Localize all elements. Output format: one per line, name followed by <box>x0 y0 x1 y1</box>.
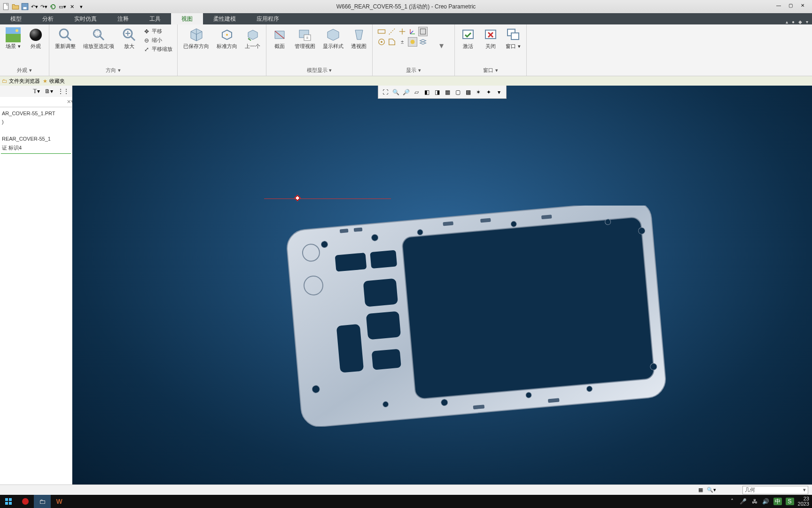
tree-file-node[interactable]: AR_COVER-55_1.PRT <box>1 109 71 118</box>
model-geometry[interactable] <box>287 206 666 427</box>
collapse-ribbon-icon[interactable]: ▴ <box>786 19 788 24</box>
group-label-model-display[interactable]: 模型显示 ▾ <box>269 66 369 75</box>
group-label-window[interactable]: 窗口 ▾ <box>458 66 523 75</box>
section-button[interactable]: 截面 <box>269 25 290 51</box>
datum-point-icon[interactable] <box>398 27 407 36</box>
nohidden-icon[interactable]: ▢ <box>453 88 462 96</box>
maximize-button[interactable]: ▢ <box>789 3 796 10</box>
shaded-edges-icon[interactable]: ◨ <box>433 88 441 96</box>
tab-model[interactable]: 模型 <box>0 13 32 24</box>
highlight-icon[interactable] <box>408 37 417 47</box>
zoomin-tool-icon[interactable]: 🔍 <box>391 88 400 96</box>
window-button[interactable]: 窗口 ▾ <box>503 25 523 51</box>
wireframe-icon[interactable]: ▩ <box>464 88 472 96</box>
close-window-icon[interactable]: ✕ <box>68 2 76 11</box>
tray-mic-icon[interactable]: 🎤 <box>740 498 747 505</box>
tab-flexible[interactable]: 柔性建模 <box>203 13 246 24</box>
zoom-button[interactable]: 放大 <box>119 25 140 51</box>
dim-tol-icon[interactable]: ± <box>398 37 407 47</box>
tab-application[interactable]: 应用程序 <box>246 13 289 24</box>
tab-analysis[interactable]: 分析 <box>32 13 64 24</box>
saved-views-icon[interactable]: ▾ <box>495 88 503 96</box>
tray-up-icon[interactable]: ˄ <box>728 498 736 505</box>
save-icon[interactable] <box>21 2 29 11</box>
tree-search-input[interactable] <box>2 99 67 105</box>
panzoom-button[interactable]: ⤢平移缩放 <box>141 45 174 53</box>
tag-display-icon[interactable] <box>387 37 397 47</box>
record-task-icon[interactable] <box>17 495 34 508</box>
zoomout-tool-icon[interactable]: 🔎 <box>402 88 410 96</box>
model-tree[interactable]: AR_COVER-55_1.PRT ) REAR_COVER-55_1 证 标识… <box>0 107 72 156</box>
learn-icon[interactable]: ◆ <box>798 19 802 24</box>
favorites-tab[interactable]: ★ 收藏夹 <box>43 78 65 85</box>
scene-button[interactable]: 场景 ▾ <box>3 25 23 51</box>
previous-button[interactable]: 上一个 <box>242 25 263 51</box>
shading-icon[interactable]: ◧ <box>422 88 431 96</box>
reference-axis[interactable] <box>264 198 391 199</box>
group-label-direction[interactable]: 方向 ▾ <box>52 66 174 75</box>
group-label-appearance[interactable]: 外观 ▾ <box>3 66 46 75</box>
datum-display-icon[interactable]: ✶ <box>474 88 483 96</box>
activate-button[interactable]: 激活 <box>458 25 478 51</box>
std-orient-button[interactable]: 标准方向 <box>214 25 240 51</box>
status-find-icon[interactable]: 🔍▾ <box>707 487 716 493</box>
undo-icon[interactable]: ↶▾ <box>30 2 39 11</box>
tray-ime-icon[interactable]: 中 <box>773 498 782 505</box>
clear-search-icon[interactable]: ✕ <box>67 99 71 105</box>
csys-icon[interactable] <box>408 27 417 36</box>
repaint-icon[interactable]: ▱ <box>412 88 421 96</box>
start-button[interactable] <box>0 495 17 508</box>
refit-icon[interactable]: ⛶ <box>381 88 390 96</box>
windows-icon[interactable]: ▭▾ <box>58 2 67 11</box>
datum-point-marker[interactable] <box>294 195 301 201</box>
tray-volume-icon[interactable]: 🔊 <box>762 498 770 505</box>
tree-settings-icon[interactable]: ⋮⋮ <box>58 88 69 95</box>
tree-feature-node[interactable]: 证 标识4 <box>1 143 71 154</box>
tree-show-icon[interactable]: 🗎▾ <box>45 88 53 95</box>
tray-ime2-icon[interactable]: S <box>786 498 794 505</box>
saved-orient-button[interactable]: 已保存方向 <box>180 25 212 51</box>
regenerate-icon[interactable] <box>49 2 57 11</box>
status-grid-icon[interactable]: ▦ <box>698 487 703 493</box>
pan-button[interactable]: ✥平移 <box>141 27 174 35</box>
datum-axis-icon[interactable] <box>387 27 397 36</box>
help-icon[interactable]: ● <box>792 19 795 24</box>
datum-plane-icon[interactable] <box>377 27 386 36</box>
open-file-icon[interactable] <box>11 2 20 11</box>
layer-status-icon[interactable] <box>418 37 428 47</box>
tree-part-node[interactable]: REAR_COVER-55_1 <box>1 135 71 143</box>
minimize-button[interactable]: — <box>776 3 784 10</box>
annot-display-icon[interactable]: ✦ <box>484 88 493 96</box>
selection-filter[interactable]: 几何 ▾ <box>742 486 808 494</box>
display-dropdown[interactable]: ▾ <box>431 36 452 55</box>
tab-annotate[interactable]: 注释 <box>107 13 139 24</box>
reorient-button[interactable]: 重新调整 <box>52 25 78 51</box>
graphics-area[interactable]: ⛶ 🔍 🔎 ▱ ◧ ◨ ▦ ▢ ▩ ✶ ✦ ▾ <box>72 86 812 484</box>
tray-date[interactable]: 2023 <box>798 501 809 507</box>
tree-filter-icon[interactable]: 𝕋▾ <box>33 88 40 95</box>
group-label-display[interactable]: 显示 ▾ <box>375 66 452 75</box>
close-button[interactable]: ✕ <box>801 3 808 10</box>
new-file-icon[interactable] <box>2 2 10 11</box>
display-style-button[interactable]: 显示样式 <box>320 25 346 51</box>
zoom-sel-button[interactable]: 缩放至选定项 <box>80 25 117 51</box>
more-icon[interactable]: ▾ <box>806 19 808 24</box>
qat-dropdown-icon[interactable]: ▾ <box>77 2 86 11</box>
spin-center-icon[interactable] <box>377 37 386 47</box>
hidden-line-icon[interactable]: ▦ <box>443 88 452 96</box>
appearance-button[interactable]: 外观 <box>25 25 46 51</box>
perspective-button[interactable]: 透视图 <box>348 25 369 51</box>
tab-tools[interactable]: 工具 <box>139 13 171 24</box>
wps-task-icon[interactable]: W <box>51 495 68 508</box>
tab-view[interactable]: 视图 <box>171 13 203 24</box>
show-annot-icon[interactable] <box>418 27 428 36</box>
shrink-button[interactable]: ⊖缩小 <box>141 36 174 44</box>
explorer-task-icon[interactable]: 🗀 <box>34 495 51 508</box>
tray-network-icon[interactable]: 🖧 <box>751 498 758 505</box>
tab-realtime-sim[interactable]: 实时仿真 <box>64 13 107 24</box>
tree-search[interactable]: ✕ ▾ + <box>0 97 72 107</box>
folder-browser-tab[interactable]: 🗀 文件夹浏览器 <box>2 78 40 85</box>
close-button-ribbon[interactable]: 关闭 <box>480 25 501 51</box>
manage-view-button[interactable]: ≡ 管理视图 <box>292 25 318 51</box>
redo-icon[interactable]: ↷▾ <box>39 2 48 11</box>
